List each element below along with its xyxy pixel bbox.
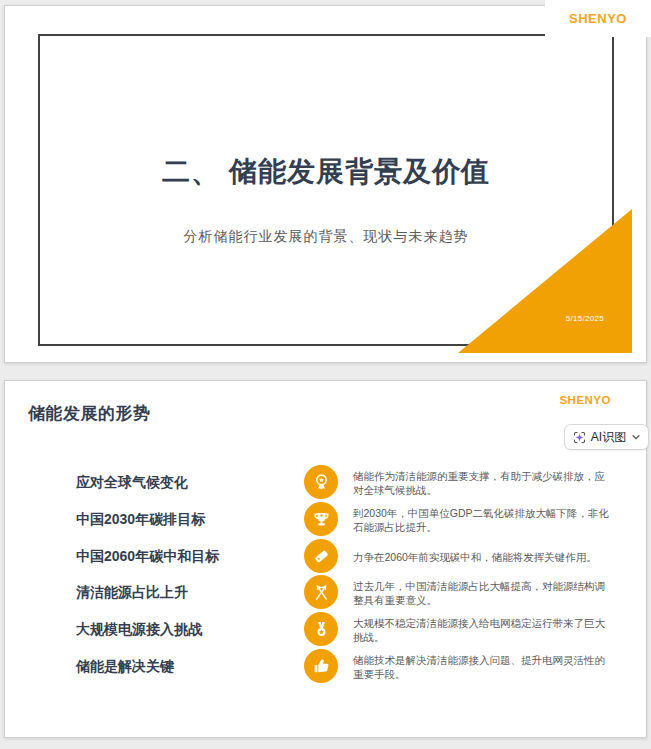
medal-star-icon xyxy=(304,612,338,646)
ai-button-label: AI识图 xyxy=(591,429,626,446)
list-item: 中国2030年碳排目标 到2030年，中国单位GDP二氧化碳排放大幅下降，非化石… xyxy=(5,501,648,538)
chevron-down-icon[interactable] xyxy=(631,432,641,442)
row-label: 应对全球气候变化 xyxy=(76,464,301,501)
trophy-icon xyxy=(304,502,338,536)
brand-logo-text: SHENYO xyxy=(569,11,627,26)
brand-logo-slide2: SHENYO xyxy=(559,394,611,406)
row-label: 中国2060年碳中和目标 xyxy=(76,538,301,575)
document-viewer: { "colors": { "accent_orange": "#F2A104"… xyxy=(0,0,651,749)
slide1-subtitle: 分析储能行业发展的背景、现状与未来趋势 xyxy=(38,228,614,246)
slide-1[interactable]: 二、 储能发展背景及价值 分析储能行业发展的背景、现状与未来趋势 5/15/20… xyxy=(4,5,647,363)
slide-2[interactable]: 储能发展的形势 SHENYO AI识图 应对全球气候变化 储能作为清洁能源的重要… xyxy=(4,380,647,738)
crossed-flags-icon xyxy=(304,575,338,609)
list-item: 清洁能源占比上升 过去几年，中国清洁能源占比大幅提高，对能源结构调整具有重要意义… xyxy=(5,574,648,611)
award-ribbon-icon xyxy=(304,465,338,499)
row-description: 储能技术是解决清洁能源接入问题、提升电网灵活性的重要手段。 xyxy=(353,648,613,685)
row-description: 大规模不稳定清洁能源接入给电网稳定运行带来了巨大挑战。 xyxy=(353,611,613,648)
brand-logo-slide1: SHENYO xyxy=(545,0,651,37)
list-item: 中国2060年碳中和目标 力争在2060年前实现碳中和，储能将发挥关键作用。 xyxy=(5,538,648,575)
list-item: 储能是解决关键 储能技术是解决清洁能源接入问题、提升电网灵活性的重要手段。 xyxy=(5,648,648,685)
row-description: 到2030年，中国单位GDP二氧化碳排放大幅下降，非化石能源占比提升。 xyxy=(353,501,613,538)
ai-scan-sparkle-icon xyxy=(572,430,587,445)
row-label: 大规模电源接入挑战 xyxy=(76,611,301,648)
ai-recognize-button[interactable]: AI识图 xyxy=(564,424,649,450)
price-tag-icon xyxy=(304,539,338,573)
list-item: 大规模电源接入挑战 大规模不稳定清洁能源接入给电网稳定运行带来了巨大挑战。 xyxy=(5,611,648,648)
slide-date: 5/15/2025 xyxy=(566,314,604,323)
list-item: 应对全球气候变化 储能作为清洁能源的重要支撑，有助于减少碳排放，应对全球气候挑战… xyxy=(5,464,648,501)
row-description: 过去几年，中国清洁能源占比大幅提高，对能源结构调整具有重要意义。 xyxy=(353,574,613,611)
thumbs-up-icon xyxy=(304,649,338,683)
row-label: 中国2030年碳排目标 xyxy=(76,501,301,538)
slide2-title: 储能发展的形势 xyxy=(28,402,151,425)
slide1-title: 二、 储能发展背景及价值 xyxy=(38,153,614,191)
row-description: 力争在2060年前实现碳中和，储能将发挥关键作用。 xyxy=(353,538,613,575)
row-label: 储能是解决关键 xyxy=(76,648,301,685)
row-description: 储能作为清洁能源的重要支撑，有助于减少碳排放，应对全球气候挑战。 xyxy=(353,464,613,501)
row-label: 清洁能源占比上升 xyxy=(76,574,301,611)
